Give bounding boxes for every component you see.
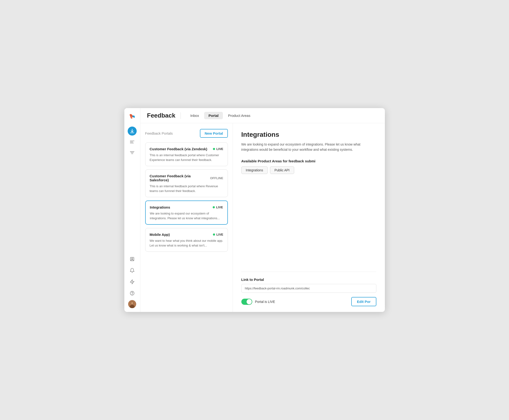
status-badge-salesforce: OFFLINE [210,176,223,180]
detail-bottom: Link to Portal Portal is LIVE Edit Por [241,272,376,306]
portal-card-zendesk[interactable]: Customer Feedback (via Zendesk) LIVE Thi… [145,142,228,166]
sidebar-item-integrations[interactable] [128,277,137,286]
page-title: Feedback [147,112,176,119]
status-text: LIVE [216,233,223,236]
product-area-tag-integrations[interactable]: Integrations [241,166,268,174]
status-badge-integrations: LIVE [213,205,223,209]
portal-list: Feedback Portals New Portal Customer Fee… [140,123,233,312]
link-to-portal-label: Link to Portal [241,278,376,282]
status-text: OFFLINE [210,176,223,180]
svg-point-8 [132,258,133,259]
sidebar-item-roadmap[interactable] [128,137,137,146]
toggle-knob [247,299,252,304]
avatar[interactable] [128,300,136,308]
portal-live-toggle[interactable] [241,299,252,305]
portal-list-title: Feedback Portals [145,131,173,135]
detail-description: We are looking to expand our ecosystem o… [241,142,376,152]
topbar-divider [180,112,181,119]
status-text: LIVE [216,147,223,151]
topbar: Feedback Inbox Portal Product Areas [140,108,385,123]
tab-product-areas[interactable]: Product Areas [224,112,255,119]
portal-card-mobile[interactable]: Mobile App) LIVE We want to hear what yo… [145,228,228,252]
detail-panel: Integrations We are looking to expand ou… [233,123,385,312]
portal-card-desc: We want to hear what you think about our… [150,239,223,248]
app-logo[interactable] [128,112,137,121]
product-areas-row: Integrations Public API [241,166,376,174]
portal-card-name: Customer Feedback (via Zendesk) [150,147,207,151]
bottom-bar: Portal is LIVE Edit Por [241,297,376,306]
portal-link-input[interactable] [241,284,376,293]
edit-portal-button[interactable]: Edit Por [351,297,376,306]
portal-card-salesforce[interactable]: Customer Feedback (via Salesforce) OFFLI… [145,169,228,197]
main-area: Feedback Inbox Portal Product Areas Feed… [140,108,385,312]
portal-card-desc: This is an internal feedback portal wher… [150,184,223,193]
status-badge-mobile: LIVE [213,233,223,236]
status-dot-live [213,206,215,208]
portal-live-label: Portal is LIVE [255,300,275,304]
content-area: Feedback Portals New Portal Customer Fee… [140,123,385,312]
portal-card-name: Integrations [150,205,170,209]
status-text: LIVE [216,205,223,209]
portal-card-desc: We are looking to expand our ecosystem o… [150,211,223,220]
status-badge-zendesk: LIVE [213,147,223,151]
product-areas-label: Available Product Areas for feedback sub… [241,159,376,163]
tab-inbox[interactable]: Inbox [186,112,203,119]
status-dot-live [213,148,215,150]
detail-title: Integrations [241,131,376,138]
sidebar-item-download[interactable] [128,127,137,135]
product-area-tag-public-api[interactable]: Public API [270,166,294,174]
live-toggle-row: Portal is LIVE [241,299,275,305]
topbar-tabs: Inbox Portal Product Areas [186,112,254,119]
sidebar-item-notifications[interactable] [128,266,137,275]
new-portal-button[interactable]: New Portal [200,129,228,138]
portal-card-integrations[interactable]: Integrations LIVE We are looking to expa… [145,201,228,225]
sidebar-item-filter[interactable] [128,148,137,158]
sidebar [124,108,140,312]
sidebar-item-contacts[interactable] [128,255,137,263]
status-dot-live [213,233,215,236]
portal-list-header: Feedback Portals New Portal [145,129,228,138]
svg-point-14 [131,302,133,305]
sidebar-item-help[interactable] [128,289,137,298]
portal-card-name: Customer Feedback (via Salesforce) [150,174,210,182]
tab-portal[interactable]: Portal [204,112,223,119]
portal-card-desc: This is an internal feedback portal wher… [150,153,223,162]
portal-card-name: Mobile App) [150,232,170,237]
sidebar-bottom [128,255,137,308]
